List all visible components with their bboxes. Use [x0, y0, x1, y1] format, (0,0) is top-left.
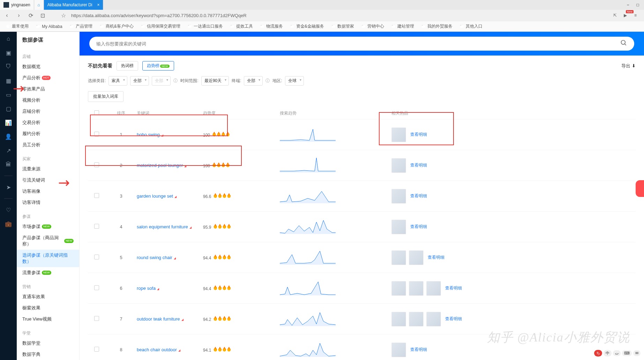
sidebar-item[interactable]: 流量参谋NEW — [17, 267, 79, 278]
tab-hot[interactable]: 热词榜 — [117, 61, 138, 71]
window-maximize[interactable]: □ — [634, 2, 641, 7]
rail-nav-icon[interactable]: ➤ — [4, 183, 13, 191]
sidebar-item[interactable]: 引流关键词 — [17, 175, 79, 186]
filter-terminal[interactable]: 全部 — [244, 76, 263, 86]
sidebar-item[interactable]: 履约分析 — [17, 128, 79, 139]
checkbox-all[interactable] — [94, 110, 99, 115]
bookmark-item[interactable]: 资金&金融服务 — [287, 23, 327, 30]
sidebar-item[interactable]: 员工分析 — [17, 139, 79, 150]
detail-link[interactable]: 查看明细 — [445, 316, 462, 322]
detail-link[interactable]: 查看明细 — [410, 162, 427, 168]
filter-region[interactable]: 全球 — [285, 76, 304, 86]
rail-share-icon[interactable]: ↗ — [4, 146, 13, 155]
sidebar-item[interactable]: 视频分析 — [17, 95, 79, 106]
rail-home-icon[interactable]: ⌂ — [4, 35, 13, 43]
row-checkbox[interactable] — [94, 162, 99, 167]
keyword-link[interactable]: salon equipment furniture — [137, 224, 188, 229]
tab-trend[interactable]: 趋势榜NEW — [142, 61, 174, 71]
sidebar-item[interactable]: 选词参谋（原关键词指数） — [17, 250, 79, 267]
detail-link[interactable]: 查看明细 — [428, 255, 444, 260]
sidebar-item[interactable]: True View视频 — [17, 314, 79, 325]
menu-icon[interactable]: ≡ — [634, 13, 641, 18]
bookmark-item[interactable]: 数据管家 — [328, 23, 357, 30]
rail-user-icon[interactable]: 👤 — [4, 132, 13, 141]
keyword-link[interactable]: round swing chair — [137, 255, 172, 260]
search-input[interactable] — [96, 41, 620, 46]
nav-forward[interactable]: › — [15, 11, 23, 20]
rail-chart-icon[interactable]: 📊 — [4, 118, 13, 127]
filter-category-3[interactable]: 全部 — [152, 76, 171, 86]
bookmark-item[interactable]: 营销中心 — [358, 23, 387, 30]
keyword-link[interactable]: garden lounge set — [137, 193, 173, 199]
product-thumb[interactable] — [409, 250, 424, 265]
info-icon[interactable]: ⓘ — [265, 78, 270, 84]
sidebar-item[interactable]: 数据字典 — [17, 349, 79, 360]
product-thumb[interactable] — [391, 127, 406, 142]
bookmark-item[interactable]: 我的外贸服务 — [418, 23, 455, 30]
row-checkbox[interactable] — [94, 285, 99, 290]
bookmark-item[interactable]: 一达通出口服务 — [185, 23, 226, 30]
export-link[interactable]: 导出 ⬇ — [621, 63, 636, 69]
share-icon[interactable]: ⇱ — [613, 13, 620, 18]
sidebar-item[interactable]: 市场参谋NEW — [17, 221, 79, 232]
video-icon[interactable]: ▶ — [624, 13, 631, 18]
detail-link[interactable]: 查看明细 — [410, 347, 427, 353]
keyword-link[interactable]: beach chair outdoor — [137, 347, 177, 352]
detail-link[interactable]: 查看明细 — [410, 132, 427, 138]
search-icon[interactable] — [620, 39, 627, 48]
detail-link[interactable]: 查看明细 — [410, 193, 427, 199]
rail-shield-icon[interactable]: ⛉ — [4, 63, 13, 71]
sidebar-item[interactable]: 店铺分析 — [17, 106, 79, 117]
bookmark-item[interactable]: 产品管理 — [67, 23, 95, 30]
sidebar-item[interactable]: 访客画像 — [17, 186, 79, 197]
bookmark-item[interactable]: 商机&客户中心 — [97, 23, 136, 30]
rail-chat-icon[interactable]: ▢ — [4, 104, 13, 113]
product-thumb[interactable] — [409, 312, 424, 326]
rail-shop-icon[interactable]: ▣ — [4, 49, 13, 57]
sidebar-item[interactable]: 访客详情 — [17, 197, 79, 208]
product-thumb[interactable] — [426, 281, 441, 296]
bookmark-item[interactable]: 其他入口 — [457, 23, 485, 30]
close-icon[interactable]: × — [97, 2, 99, 7]
row-checkbox[interactable] — [94, 132, 99, 137]
window-minimize[interactable]: − — [624, 2, 631, 7]
bookmark-item[interactable]: 建站管理 — [388, 23, 417, 30]
browser-tab-1[interactable]: yingnasen — [0, 0, 34, 10]
filter-category-2[interactable]: 全部 — [130, 76, 149, 86]
sidebar-item[interactable]: 数据学堂 — [17, 338, 79, 349]
batch-add-button[interactable]: 批量加入词库 — [88, 91, 123, 102]
float-side-badge[interactable] — [636, 180, 644, 197]
row-checkbox[interactable] — [94, 255, 99, 259]
keyword-link[interactable]: outdoor teak furniture — [137, 316, 180, 322]
product-thumb[interactable] — [426, 312, 441, 326]
nav-reload[interactable]: ⟳ — [27, 11, 35, 20]
product-thumb[interactable] — [391, 189, 406, 204]
product-thumb[interactable] — [409, 281, 424, 296]
nav-back[interactable]: ‹ — [3, 11, 11, 20]
sidebar-item[interactable]: 流量来源 — [17, 163, 79, 175]
row-checkbox[interactable] — [94, 193, 99, 198]
nav-home[interactable]: ⊡ — [38, 11, 47, 20]
keyword-link[interactable]: boho swing — [137, 132, 160, 137]
product-thumb[interactable] — [391, 343, 406, 357]
sidebar-item[interactable]: 橱窗效果 — [17, 302, 79, 314]
detail-link[interactable]: 查看明细 — [445, 285, 462, 291]
browser-tab-home[interactable]: ⌂ — [34, 0, 44, 10]
product-thumb[interactable] — [391, 220, 406, 234]
url-text[interactable]: https://data.alibaba.com/adviser/keyword… — [71, 13, 610, 18]
sidebar-item[interactable]: 零效果产品 — [17, 83, 79, 95]
rail-heart-icon[interactable]: ♡ — [4, 206, 13, 214]
star-icon[interactable]: ☆ — [59, 11, 68, 20]
filter-time[interactable]: 最近90天 — [201, 76, 229, 86]
info-icon[interactable]: ⓘ — [173, 78, 178, 84]
row-checkbox[interactable] — [94, 347, 99, 352]
rail-grid-icon[interactable]: ▦ — [4, 76, 13, 85]
filter-category-1[interactable]: 家具 — [108, 76, 127, 86]
product-thumb[interactable] — [391, 250, 406, 265]
sidebar-item[interactable]: 产品分析HOT — [17, 72, 79, 83]
sidebar-item[interactable]: 直通车效果 — [17, 291, 79, 302]
row-checkbox[interactable] — [94, 224, 99, 229]
rail-briefcase-icon[interactable]: 💼 — [4, 220, 13, 228]
product-thumb[interactable] — [391, 281, 406, 296]
bookmark-item[interactable]: 物流服务 — [257, 23, 286, 30]
